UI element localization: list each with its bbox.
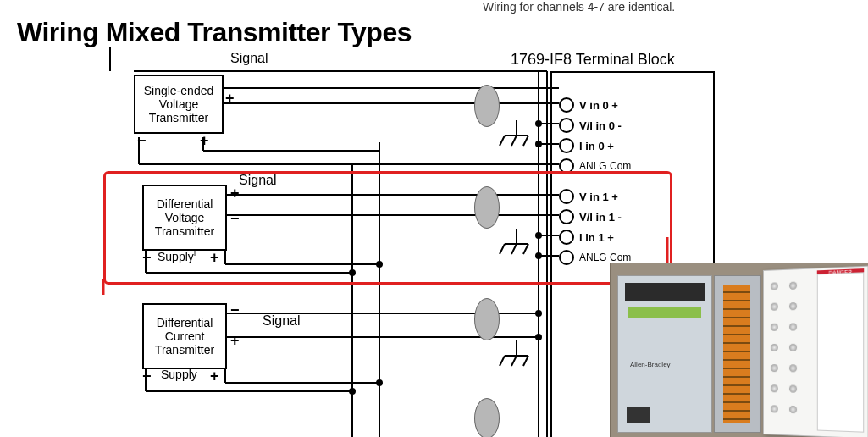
screw-icon	[789, 406, 797, 413]
screw-icon	[771, 364, 778, 372]
ethernet-port-icon	[627, 407, 650, 423]
screw-icon	[771, 282, 778, 290]
io-module	[714, 275, 761, 433]
plc-led-strip	[628, 307, 701, 318]
wiring-card	[817, 272, 864, 432]
screw-icon	[789, 302, 797, 310]
screw-icon	[789, 323, 797, 330]
screw-icon	[771, 384, 778, 392]
io-terminal-strip	[723, 285, 750, 423]
plc-display	[625, 283, 705, 301]
screw-icon	[771, 303, 778, 311]
screw-icon	[771, 405, 778, 412]
screw-icon	[771, 324, 778, 331]
screw-icon	[789, 344, 797, 351]
plc-controller: Allen-Bradley	[617, 275, 712, 433]
plc-brand-label: Allen-Bradley	[630, 361, 671, 368]
screw-icon	[789, 385, 797, 393]
screw-icon	[771, 344, 778, 351]
screw-icon	[789, 364, 797, 372]
module-door: DANGER	[763, 266, 868, 437]
hardware-photo: Allen-Bradley DANGER	[610, 263, 868, 437]
screw-icon	[789, 282, 797, 290]
